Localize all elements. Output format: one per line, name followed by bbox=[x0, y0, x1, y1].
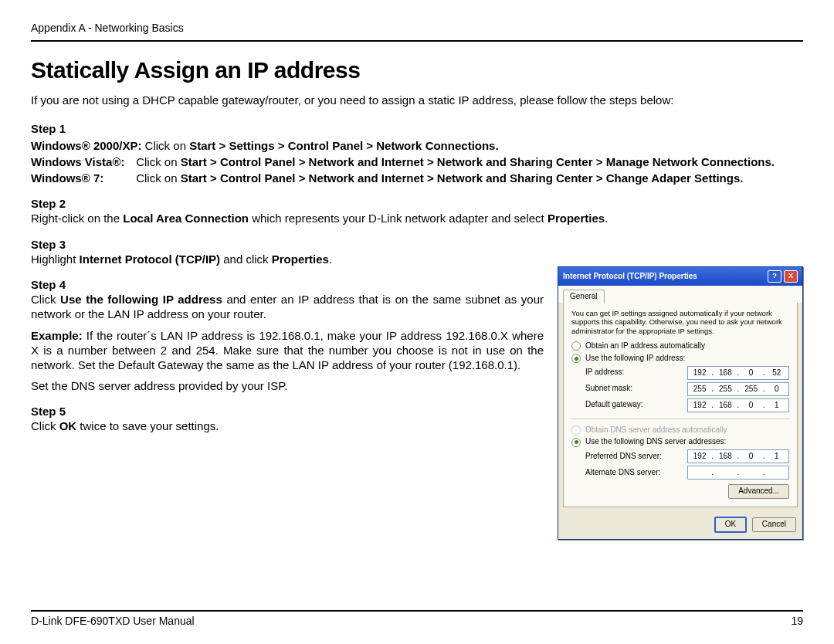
subnet-mask-field: Subnet mask: 255.255.255.0 bbox=[585, 382, 789, 396]
win2000-label: Windows® 2000/XP: bbox=[31, 139, 141, 152]
vista-row: Windows Vista®: Click on Start > Control… bbox=[31, 154, 803, 169]
dialog-title: Internet Protocol (TCP/IP) Properties bbox=[563, 272, 697, 282]
pref-dns-field: Preferred DNS server: 192.168.0.1 bbox=[585, 449, 789, 463]
alt-dns-field: Alternate DNS server: ... bbox=[585, 466, 789, 480]
alt-dns-input[interactable]: ... bbox=[687, 466, 789, 480]
subnet-mask-input[interactable]: 255.255.255.0 bbox=[687, 382, 789, 396]
intro-text: If you are not using a DHCP capable gate… bbox=[31, 93, 803, 107]
pref-dns-input[interactable]: 192.168.0.1 bbox=[687, 449, 789, 463]
tab-general[interactable]: General bbox=[563, 290, 605, 303]
win2000-row: Windows® 2000/XP: Click on Start > Setti… bbox=[31, 138, 803, 153]
example-text: Example: If the router´s LAN IP address … bbox=[31, 328, 544, 373]
step3-label: Step 3 bbox=[31, 237, 803, 252]
ip-address-field: IP address: 192.168.0.52 bbox=[585, 366, 789, 380]
vista-label: Windows Vista®: bbox=[31, 154, 133, 169]
page-footer: D-Link DFE-690TXD User Manual 19 bbox=[31, 610, 803, 629]
cancel-button[interactable]: Cancel bbox=[752, 517, 796, 532]
page-number: 19 bbox=[791, 615, 803, 629]
ok-button[interactable]: OK bbox=[714, 517, 747, 533]
dns-line: Set the DNS server address provided by y… bbox=[31, 378, 544, 393]
step4-text: Click Use the following IP address and e… bbox=[31, 292, 544, 321]
gateway-input[interactable]: 192.168.0.1 bbox=[687, 398, 789, 412]
step3-text: Highlight Internet Protocol (TCP/IP) and… bbox=[31, 252, 803, 266]
page-header: Appendix A - Networking Basics bbox=[31, 22, 803, 42]
step5-text: Click OK twice to save your settings. bbox=[31, 419, 544, 433]
advanced-button[interactable]: Advanced... bbox=[728, 484, 789, 499]
radio-use-ip[interactable]: Use the following IP address: bbox=[571, 354, 789, 364]
radio-obtain-dns: Obtain DNS server address automatically bbox=[571, 425, 789, 436]
step2-label: Step 2 bbox=[31, 196, 803, 211]
step2-text: Right-click on the Local Area Connection… bbox=[31, 211, 803, 225]
page-title: Statically Assign an IP address bbox=[31, 56, 803, 85]
ip-address-input[interactable]: 192.168.0.52 bbox=[687, 366, 789, 380]
win7-label: Windows® 7: bbox=[31, 171, 133, 185]
step5-label: Step 5 bbox=[31, 404, 544, 419]
footer-left: D-Link DFE-690TXD User Manual bbox=[31, 615, 195, 629]
help-icon[interactable]: ? bbox=[768, 270, 781, 283]
step4-label: Step 4 bbox=[31, 277, 544, 292]
close-icon[interactable]: X bbox=[784, 270, 798, 283]
tcpip-dialog: Internet Protocol (TCP/IP) Properties ? … bbox=[558, 266, 803, 540]
dialog-titlebar: Internet Protocol (TCP/IP) Properties ? … bbox=[558, 267, 802, 286]
step1-label: Step 1 bbox=[31, 121, 803, 136]
radio-use-dns[interactable]: Use the following DNS server addresses: bbox=[571, 437, 789, 447]
dialog-desc: You can get IP settings assigned automat… bbox=[571, 309, 789, 335]
gateway-field: Default gateway: 192.168.0.1 bbox=[585, 398, 789, 412]
radio-obtain-ip[interactable]: Obtain an IP address automatically bbox=[571, 341, 789, 351]
win7-row: Windows® 7: Click on Start > Control Pan… bbox=[31, 171, 803, 185]
